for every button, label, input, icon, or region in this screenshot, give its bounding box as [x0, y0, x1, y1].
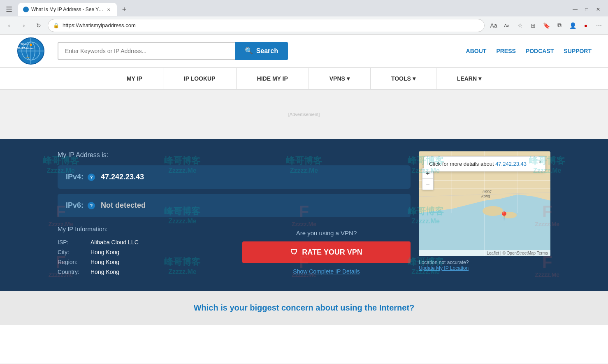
vpn-question: Are you using a VPN? — [296, 230, 357, 236]
header-nav-press[interactable]: PRESS — [496, 48, 515, 54]
map-tooltip: × Click for more details about 47.242.23… — [424, 156, 545, 172]
ip-section: My IP Address is: IPv4: ? 47.242.23.43 I… — [58, 151, 550, 278]
new-tab-button[interactable]: + — [118, 4, 130, 15]
ip-info-table: ISP: Alibaba Cloud LLC City: Hong Kong R… — [58, 239, 226, 275]
header-nav: ABOUT PRESS PODCAST SUPPORT — [466, 48, 592, 54]
ipv4-help-icon[interactable]: ? — [88, 174, 95, 181]
back-button[interactable]: ‹ — [3, 20, 15, 31]
window-controls: — □ ✕ — [572, 7, 605, 12]
nav-vpns[interactable]: VPNS ▾ — [309, 68, 371, 89]
map-below: Location not accurate? Update My IP Loca… — [419, 260, 550, 271]
region-row: Region: Hong Kong — [58, 259, 226, 265]
tools-arrow-icon: ▾ — [413, 75, 415, 82]
country-row: Country: Hong Kong — [58, 269, 226, 275]
search-form: 🔍 Search — [58, 42, 288, 60]
map-tooltip-ip-link[interactable]: 47.242.23.43 — [495, 161, 527, 167]
main-nav: MY IP IP LOOKUP HIDE MY IP VPNS ▾ TOOLS … — [0, 67, 608, 90]
svg-text:Kong: Kong — [481, 194, 490, 198]
security-icon: 🔒 — [53, 23, 59, 28]
ipv6-value: Not detected — [101, 201, 146, 210]
bookmark-star-icon[interactable]: ☆ — [514, 20, 526, 31]
toolbar-icons: Aa Aa ☆ ⊞ 🔖 ⧉ 👤 ● ⋯ — [488, 20, 605, 31]
ip-info-section: My IP Information: ISP: Alibaba Cloud LL… — [58, 225, 226, 278]
search-input[interactable] — [58, 42, 235, 60]
refresh-button[interactable]: ↻ — [33, 20, 44, 31]
tab-title: What Is My IP Address - See You... — [31, 7, 105, 12]
nav-ip-lookup[interactable]: IP LOOKUP — [163, 68, 237, 89]
collections-icon[interactable]: ⊞ — [527, 20, 539, 31]
site-header: WhatIs MyIPAddress .com 🔍 Search ABOUT P… — [0, 35, 608, 67]
bottom-section: Which is your biggest concern about usin… — [0, 291, 608, 325]
browser-toolbar: ‹ › ↻ 🔒 https://whatismyipaddress.com Aa… — [0, 16, 608, 35]
more-options-icon[interactable]: ⋯ — [593, 20, 605, 31]
ipv6-box: IPv6: ? Not detected — [58, 194, 411, 217]
extensions-icon[interactable]: ● — [580, 20, 592, 31]
vpns-arrow-icon: ▾ — [347, 75, 350, 82]
header-nav-podcast[interactable]: PODCAST — [526, 48, 554, 54]
browser-titlebar: ☰ What Is My IP Address - See You... ✕ +… — [0, 0, 608, 16]
nav-learn[interactable]: LEARN ▾ — [436, 68, 502, 89]
reader-mode-icon[interactable]: Aa — [488, 20, 499, 31]
zoom-out-button[interactable]: − — [422, 179, 433, 190]
main-content-section: My IP Address is: IPv4: ? 47.242.23.43 I… — [0, 139, 608, 291]
search-button[interactable]: 🔍 Search — [235, 42, 288, 60]
maximize-button[interactable]: □ — [583, 7, 590, 12]
address-bar[interactable]: 🔒 https://whatismyipaddress.com — [48, 19, 485, 32]
map-tooltip-close[interactable]: × — [538, 158, 542, 165]
nav-tools[interactable]: TOOLS ▾ — [371, 68, 436, 89]
svg-text:.com: .com — [26, 56, 30, 58]
svg-text:MyIPAddress: MyIPAddress — [18, 47, 34, 49]
logo-area: WhatIs MyIPAddress .com — [16, 37, 45, 65]
country-value: Hong Kong — [91, 269, 119, 275]
search-icon: 🔍 — [245, 47, 253, 55]
location-accurate-text: Location not accurate? — [419, 260, 469, 265]
site-logo[interactable]: WhatIs MyIPAddress .com — [16, 37, 45, 65]
svg-text:WhatIs: WhatIs — [21, 43, 29, 45]
nav-hide-my-ip[interactable]: HIDE MY IP — [237, 68, 309, 89]
show-complete-details-link[interactable]: Show Complete IP Details — [293, 268, 360, 275]
map-area[interactable]: Hong Kong + − × Click for more details a… — [419, 151, 550, 256]
ipv4-box: IPv4: ? 47.242.23.43 — [58, 165, 411, 189]
ipv4-value[interactable]: 47.242.23.43 — [101, 173, 144, 181]
header-nav-about[interactable]: ABOUT — [466, 48, 487, 54]
region-key: Region: — [58, 259, 91, 265]
city-value: Hong Kong — [91, 249, 119, 255]
shield-icon: 🛡 — [290, 248, 298, 257]
browser-menu-icon[interactable]: ☰ — [3, 4, 15, 15]
minimize-button[interactable]: — — [572, 7, 578, 12]
learn-arrow-icon: ▾ — [478, 75, 481, 82]
header-nav-support[interactable]: SUPPORT — [564, 48, 592, 54]
browser-chrome: ☰ What Is My IP Address - See You... ✕ +… — [0, 0, 608, 364]
ipv6-help-icon[interactable]: ? — [88, 202, 95, 209]
vpn-section: Are you using a VPN? 🛡 RATE YOUR VPN Sho… — [242, 225, 411, 278]
tab-favicon — [23, 7, 29, 12]
svg-text:Hong: Hong — [483, 189, 492, 193]
country-key: Country: — [58, 269, 91, 275]
url-text: https://whatismyipaddress.com — [63, 22, 136, 28]
region-value: Hong Kong — [91, 259, 119, 265]
update-location-link[interactable]: Update My IP Location — [419, 265, 469, 271]
favorites-icon[interactable]: 🔖 — [541, 20, 552, 31]
ipv6-label: IPv6: — [66, 201, 84, 210]
ip-left: My IP Address is: IPv4: ? 47.242.23.43 I… — [58, 151, 411, 278]
close-button[interactable]: ✕ — [595, 7, 601, 12]
browser-tab[interactable]: What Is My IP Address - See You... ✕ — [18, 3, 117, 16]
bottom-question: Which is your biggest concern about usin… — [0, 303, 608, 313]
nav-my-ip[interactable]: MY IP — [106, 68, 163, 89]
split-view-icon[interactable]: ⧉ — [554, 20, 565, 31]
ad-area: [Advertisement] — [0, 90, 608, 139]
svg-point-5 — [30, 44, 32, 46]
map-location-pin: 📍 — [499, 211, 509, 221]
forward-button[interactable]: › — [18, 20, 30, 31]
ip-info-title: My IP Information: — [58, 225, 226, 232]
font-size-icon[interactable]: Aa — [501, 20, 513, 31]
website-content: WhatIs MyIPAddress .com 🔍 Search ABOUT P… — [0, 35, 608, 364]
ip-address-label: My IP Address is: — [58, 151, 411, 159]
isp-row: ISP: Alibaba Cloud LLC — [58, 239, 226, 246]
profile-icon[interactable]: 👤 — [567, 20, 578, 31]
city-key: City: — [58, 249, 91, 255]
tab-close-button[interactable]: ✕ — [105, 6, 112, 13]
isp-value: Alibaba Cloud LLC — [91, 239, 139, 246]
vpn-rate-button[interactable]: 🛡 RATE YOUR VPN — [242, 241, 411, 263]
map-attribution: Leaflet | © OpenStreetMap Terms — [419, 250, 550, 256]
